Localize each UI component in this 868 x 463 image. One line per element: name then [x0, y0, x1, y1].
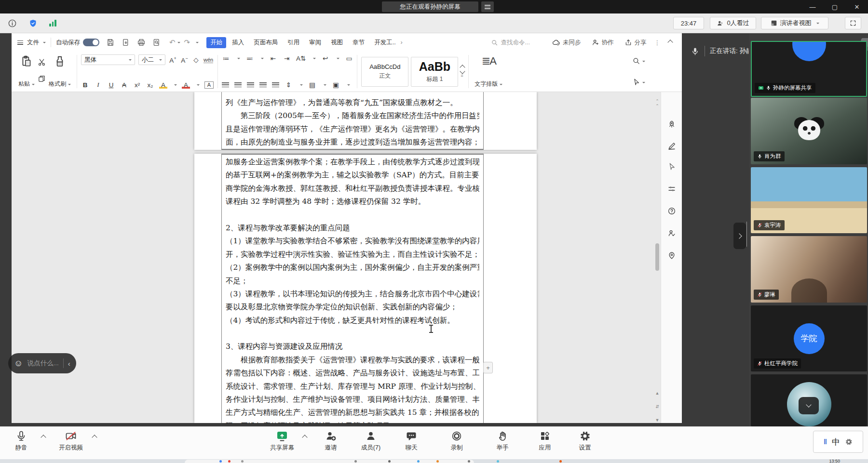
paste-button[interactable]: 粘贴	[16, 54, 37, 89]
tab-insert[interactable]: 插入	[228, 37, 248, 48]
fullscreen-button[interactable]	[845, 17, 861, 29]
view-mode-selector[interactable]: 演讲者视图	[761, 17, 828, 29]
style-heading1[interactable]: AaBb 标题 1	[411, 57, 458, 87]
raise-hand-button[interactable]: 举手	[480, 430, 525, 452]
strikethrough-icon[interactable]: A	[120, 81, 128, 89]
minimize-button[interactable]: —	[801, 0, 824, 13]
taskbar-app-icon[interactable]	[417, 460, 420, 463]
tab-references[interactable]: 引用	[284, 37, 303, 48]
camera-button[interactable]: 开启视频	[49, 430, 93, 452]
share-screen-button[interactable]: 共享屏幕	[260, 430, 304, 452]
chat-button[interactable]: 聊天	[389, 430, 434, 452]
tab-section[interactable]: 章节	[349, 37, 368, 48]
grow-font-icon[interactable]: A+	[169, 56, 177, 64]
maximize-button[interactable]: ▢	[824, 0, 846, 13]
scroll-participants-down-button[interactable]	[799, 397, 819, 414]
collaborate-button[interactable]: 协作	[592, 39, 614, 47]
print-preview-icon[interactable]	[152, 38, 161, 47]
phonetic-guide-icon[interactable]: wén	[203, 57, 213, 63]
bold-icon[interactable]: B	[81, 81, 89, 89]
print-icon[interactable]	[137, 38, 146, 47]
info-icon[interactable]	[8, 19, 17, 28]
scroll-up-icon[interactable]: ⌃⌃	[654, 99, 660, 108]
increase-indent-icon[interactable]: ⇥	[283, 54, 291, 62]
align-left-icon[interactable]	[222, 82, 229, 88]
participant-tile[interactable]: 肖为群	[751, 98, 867, 164]
taskbar-app-icon[interactable]	[354, 460, 357, 463]
tab-developer[interactable]: 开发工..	[370, 37, 399, 48]
security-shield-icon[interactable]	[28, 19, 38, 28]
taskbar-app-icon[interactable]	[468, 460, 470, 463]
participant-tile-screen-share[interactable]: 孙静的屏幕共享	[751, 41, 867, 97]
prev-page-icon[interactable]: ▲	[654, 391, 660, 396]
adjust-sliders-icon[interactable]	[667, 185, 676, 195]
underline-icon[interactable]: U	[107, 81, 115, 89]
quick-tools-rocket-icon[interactable]	[667, 120, 676, 131]
main-menu-icon[interactable]	[17, 40, 23, 45]
borders-icon[interactable]: ▣	[332, 81, 340, 89]
tab-home[interactable]: 开始	[206, 37, 226, 48]
collapse-chat-icon[interactable]: ‹	[68, 359, 70, 368]
numbered-list-icon[interactable]: ≕	[245, 54, 254, 62]
participant-tile[interactable]: 学院 杜红平商学院	[751, 305, 867, 371]
mute-button[interactable]: 静音	[0, 430, 43, 452]
clear-format-icon[interactable]: ◇	[192, 56, 200, 64]
participant-tile[interactable]: 袁宇涛	[751, 167, 867, 233]
page-jump-icon[interactable]: ⇵	[654, 404, 660, 409]
chat-placeholder[interactable]: 说点什么...	[27, 359, 58, 368]
sidebar-collapse-button[interactable]	[733, 223, 746, 249]
autosave-toggle[interactable]	[83, 39, 99, 46]
emoji-icon[interactable]: ☺	[14, 359, 23, 368]
document-page-2[interactable]: 加服务企业运营案例教学个案；在教学手段上，由传统教学方式逐步过渡到现在 的基于互…	[194, 154, 537, 423]
contacts-check-icon[interactable]	[667, 229, 676, 239]
find-command-box[interactable]: 查找命令...	[491, 39, 530, 47]
subscript-icon[interactable]: x₂	[146, 81, 154, 89]
copy-icon[interactable]	[38, 75, 46, 85]
tab-page-layout[interactable]: 页面布局	[250, 37, 282, 48]
undo-icon[interactable]: ↶	[169, 38, 176, 47]
shrink-font-icon[interactable]: A−	[180, 56, 189, 64]
font-size-combo[interactable]: 小二	[138, 54, 165, 65]
format-painter-button[interactable]: 格式刷	[47, 54, 73, 89]
text-layout-button[interactable]: ≣A 文字排版	[473, 54, 504, 89]
taskbar-app-icon[interactable]	[388, 460, 391, 463]
align-right-icon[interactable]	[247, 82, 254, 88]
ruler-icon[interactable]: ▭	[345, 54, 353, 62]
chat-quick-input[interactable]: ☺ 说点什么... ‹	[8, 353, 76, 373]
bullet-list-icon[interactable]: ≔	[222, 54, 230, 62]
taskbar-app-icon[interactable]	[241, 460, 244, 463]
participant-tile[interactable]: 廖琳	[751, 236, 867, 303]
ime-indicator[interactable]: ‖ 中	[813, 431, 863, 453]
next-page-icon[interactable]: ▼	[654, 418, 660, 423]
more-tabs-icon[interactable]: ›	[401, 39, 403, 46]
italic-icon[interactable]: I	[94, 81, 102, 89]
ime-gear-icon[interactable]	[845, 438, 853, 446]
share-button[interactable]: 分享	[624, 39, 647, 47]
cut-icon[interactable]	[38, 58, 46, 68]
apps-button[interactable]: 应用	[523, 430, 567, 452]
tab-view[interactable]: 视图	[327, 37, 347, 48]
taskbar-app-icon[interactable]	[559, 460, 562, 463]
more-options-icon[interactable]: ⋮	[654, 39, 661, 46]
decrease-indent-icon[interactable]: ⇤	[269, 54, 277, 62]
tab-review[interactable]: 审阅	[305, 37, 325, 48]
select-button[interactable]	[632, 78, 645, 86]
taskbar-app-icon[interactable]	[497, 460, 499, 463]
settings-button[interactable]: 设置	[563, 430, 607, 452]
highlight-color-icon[interactable]: A	[159, 81, 167, 89]
location-pin-icon[interactable]	[667, 251, 676, 262]
character-border-icon[interactable]: A	[204, 81, 214, 89]
align-center-icon[interactable]	[234, 82, 242, 88]
viewers-button[interactable]: 0人看过	[710, 17, 756, 29]
align-justify-icon[interactable]	[259, 82, 267, 88]
scrollbar-thumb[interactable]	[655, 243, 659, 271]
font-color-icon[interactable]: A	[182, 81, 190, 89]
align-distribute-icon[interactable]	[272, 82, 279, 88]
taskbar-app-icon[interactable]	[436, 460, 439, 463]
ime-language[interactable]: 中	[832, 437, 840, 448]
insert-paragraph-button[interactable]: +	[483, 362, 493, 373]
line-spacing-icon[interactable]: ⇕	[285, 81, 293, 89]
collapse-ribbon-icon[interactable]	[667, 40, 673, 45]
file-menu[interactable]: 文件	[27, 39, 39, 47]
document-canvas[interactable]: 列《生产与运作管理》，为普通高等教育“九五”国家级重点教材之一。 第三阶段（20…	[12, 92, 661, 423]
